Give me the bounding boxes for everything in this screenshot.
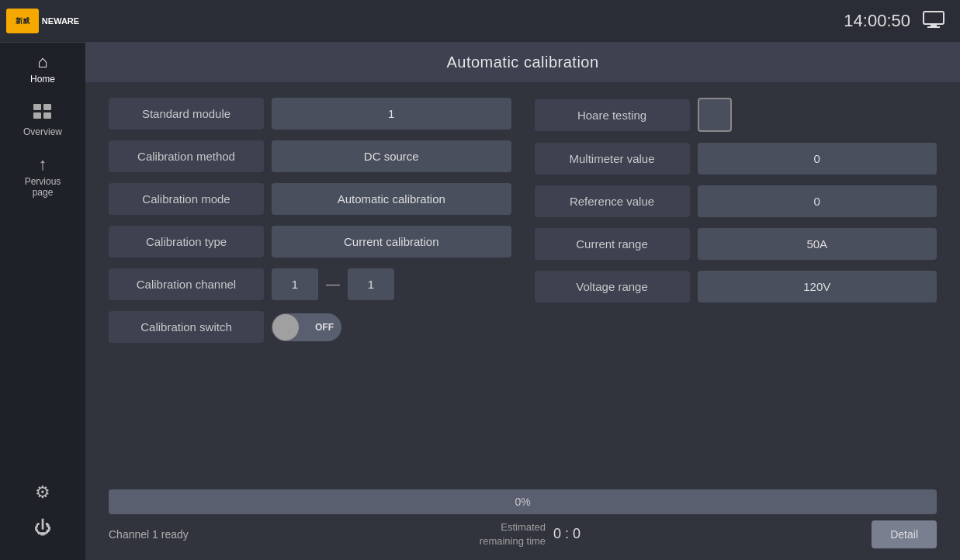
logo-text: NEWARE (42, 16, 79, 26)
calibration-method-label: Calibration method (109, 140, 264, 172)
toggle-state-label: OFF (315, 322, 334, 333)
svg-rect-1 (33, 112, 41, 119)
sidebar-item-previous-label: Pervious page (25, 176, 61, 198)
current-time: 14:00:50 (844, 11, 910, 31)
settings-icon: ⚙ (35, 484, 50, 501)
multimeter-value-label: Multimeter value (535, 143, 690, 175)
calibration-method-row: Calibration method DC source (109, 140, 511, 172)
sidebar-item-home[interactable]: ⌂ Home (0, 43, 85, 92)
calibration-type-label: Calibration type (109, 226, 264, 258)
remaining-group: Estimatedremaining time 0 : 0 (480, 520, 581, 548)
form-area: Standard module 1 Calibration method DC … (85, 82, 960, 482)
remaining-time: 0 : 0 (553, 526, 581, 542)
channel-from[interactable]: 1 (272, 268, 318, 300)
toggle-knob (272, 314, 299, 340)
progress-bar-container: 0% (109, 489, 937, 514)
form-left: Standard module 1 Calibration method DC … (109, 98, 511, 474)
current-range-label: Current range (535, 228, 690, 260)
channel-values: 1 — 1 (272, 268, 511, 300)
topbar: 14:00:50 (85, 0, 960, 43)
sidebar-item-overview[interactable]: Overview (0, 92, 85, 145)
hoare-testing-label: Hoare testing (535, 99, 690, 131)
calibration-channel-label: Calibration channel (109, 268, 264, 300)
page-title: Automatic calibration (85, 43, 960, 82)
standard-module-row: Standard module 1 (109, 98, 511, 130)
sidebar-item-settings[interactable]: ⚙ (0, 473, 85, 509)
sidebar-item-home-label: Home (30, 74, 55, 85)
content-area: Automatic calibration Standard module 1 … (85, 43, 960, 560)
display-icon (923, 11, 944, 32)
multimeter-value-row: Multimeter value 0 (535, 143, 937, 175)
sidebar-item-previous[interactable]: ↑ Pervious page (0, 145, 85, 206)
main-area: 14:00:50 Automatic calibration Standard … (85, 0, 960, 560)
home-icon: ⌂ (37, 54, 47, 71)
voltage-range-label: Voltage range (535, 271, 690, 302)
detail-button[interactable]: Detail (872, 520, 937, 548)
calibration-method-value[interactable]: DC source (272, 140, 511, 172)
svg-rect-6 (927, 26, 940, 28)
sidebar-item-overview-label: Overview (23, 126, 62, 137)
overview-icon (33, 103, 53, 123)
reference-value-row: Reference value 0 (535, 185, 937, 217)
calibration-mode-value[interactable]: Automatic calibration (272, 183, 511, 215)
progress-percent: 0% (515, 496, 530, 508)
calibration-mode-label: Calibration mode (109, 183, 264, 215)
power-icon: ⏻ (34, 520, 51, 537)
svg-rect-5 (931, 25, 937, 26)
current-range-value: 50A (698, 228, 937, 260)
form-right: Hoare testing Multimeter value 0 Referen… (535, 98, 937, 474)
reference-value-label: Reference value (535, 185, 690, 217)
calibration-channel-row: Calibration channel 1 — 1 (109, 268, 511, 300)
logo-icon: 新威 (6, 9, 39, 33)
calibration-type-row: Calibration type Current calibration (109, 226, 511, 258)
calibration-type-value[interactable]: Current calibration (272, 226, 511, 258)
channel-status: Channel 1 ready (109, 528, 189, 541)
standard-module-label: Standard module (109, 98, 264, 130)
sidebar-item-power[interactable]: ⏻ (0, 509, 85, 544)
calibration-switch-row: Calibration switch OFF (109, 311, 511, 343)
svg-rect-2 (43, 104, 51, 110)
current-range-row: Current range 50A (535, 228, 937, 260)
calibration-mode-row: Calibration mode Automatic calibration (109, 183, 511, 215)
progress-info: Channel 1 ready Estimatedremaining time … (109, 520, 937, 548)
voltage-range-value: 120V (698, 271, 937, 302)
sidebar: 新威 NEWARE ⌂ Home Overview ↑ Pervious pag… (0, 0, 85, 560)
sidebar-bottom: ⚙ ⏻ (0, 473, 85, 560)
calibration-switch-label: Calibration switch (109, 311, 264, 343)
remaining-label: Estimatedremaining time (480, 520, 546, 548)
previous-icon: ↑ (39, 156, 47, 173)
reference-value-field[interactable]: 0 (698, 185, 937, 217)
standard-module-value[interactable]: 1 (272, 98, 511, 130)
channel-to[interactable]: 1 (348, 268, 394, 300)
svg-rect-4 (924, 12, 944, 24)
multimeter-value-field[interactable]: 0 (698, 143, 937, 175)
hoare-testing-row: Hoare testing (535, 98, 937, 132)
voltage-range-row: Voltage range 120V (535, 271, 937, 302)
svg-rect-3 (43, 112, 51, 119)
logo-area: 新威 NEWARE (0, 0, 85, 43)
channel-dash: — (326, 276, 340, 292)
svg-rect-0 (33, 104, 41, 110)
progress-area: 0% Channel 1 ready Estimatedremaining ti… (85, 482, 960, 560)
calibration-switch-toggle[interactable]: OFF (272, 313, 341, 341)
hoare-testing-checkbox[interactable] (698, 98, 732, 132)
